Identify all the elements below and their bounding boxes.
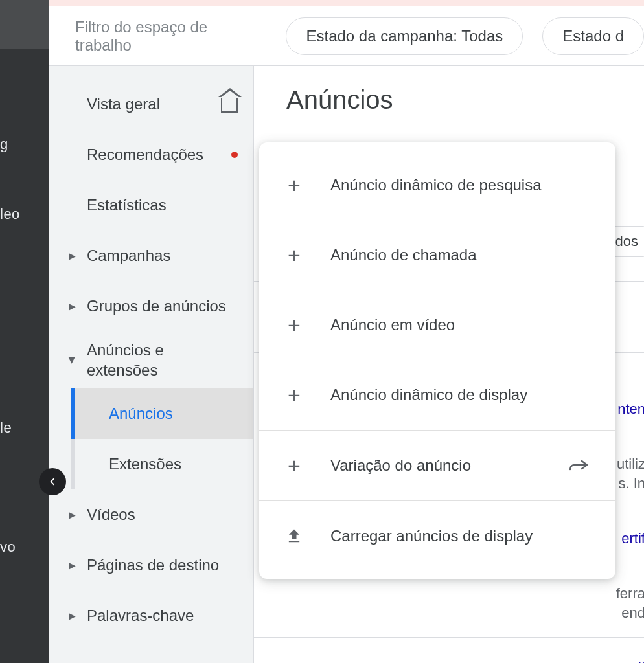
nav-label: Palavras-chave — [87, 607, 194, 625]
nav-ads-extensions[interactable]: ▶ Anúncios e extensões — [49, 332, 253, 388]
nav-keywords[interactable]: ▶ Palavras-chave — [49, 590, 253, 641]
filter-chip-campaign-state[interactable]: Estado da campanha: Todas — [286, 17, 523, 55]
dark-nav-rail: g leo le vo — [0, 0, 49, 663]
ad-desc-partial: utiliz — [617, 456, 644, 473]
nav-label: Grupos de anúncios — [87, 297, 226, 315]
nav-landing-pages[interactable]: ▶ Páginas de destino — [49, 540, 253, 590]
chevron-right-icon: ▶ — [69, 510, 76, 520]
nav-label: Vídeos — [87, 506, 135, 524]
new-ad-menu: + Anúncio dinâmico de pesquisa + Anúncio… — [259, 142, 615, 579]
chevron-left-icon — [45, 475, 60, 489]
nav-label: Anúncios e extensões — [87, 340, 238, 380]
menu-label: Variação do anúncio — [330, 456, 471, 475]
nav-label: Extensões — [109, 455, 181, 473]
nav-label: Campanhas — [87, 247, 170, 265]
nav-recommendations[interactable]: Recomendações — [49, 129, 253, 180]
nav-stats[interactable]: Estatísticas — [49, 180, 253, 230]
menu-item-upload-display-ads[interactable]: Carregar anúncios de display — [259, 501, 615, 571]
chevron-right-icon: ▶ — [69, 251, 76, 261]
upload-icon — [285, 527, 303, 545]
nav-ad-groups[interactable]: ▶ Grupos de anúncios — [49, 281, 253, 332]
menu-item-call-ad[interactable]: + Anúncio de chamada — [259, 220, 615, 290]
nav-label: Páginas de destino — [87, 556, 219, 574]
menu-label: Anúncio em vídeo — [330, 316, 455, 334]
chevron-right-icon: ▶ — [69, 301, 76, 311]
arrow-right-icon — [569, 455, 590, 477]
side-navigation: Vista geral Recomendações Estatísticas ▶… — [49, 66, 254, 663]
rail-item-text[interactable]: le — [0, 420, 12, 436]
ad-link-partial: nten — [617, 401, 644, 418]
nav-label: Vista geral — [87, 95, 160, 113]
menu-item-dynamic-display-ad[interactable]: + Anúncio dinâmico de display — [259, 360, 615, 430]
nav-label: Anúncios — [109, 405, 173, 423]
chevron-right-icon: ▶ — [69, 611, 76, 621]
page-title: Anúncios — [254, 66, 644, 128]
menu-label: Anúncio dinâmico de display — [330, 386, 527, 404]
filter-label: Filtro do espaço de trabalho — [75, 18, 266, 54]
ad-link-partial: ertif — [621, 660, 644, 663]
notification-dot-icon — [231, 152, 238, 158]
nav-overview[interactable]: Vista geral — [49, 79, 253, 129]
menu-item-ad-variation[interactable]: + Variação do anúncio — [259, 431, 615, 500]
menu-item-dynamic-search-ad[interactable]: + Anúncio dinâmico de pesquisa — [259, 150, 615, 220]
menu-item-video-ad[interactable]: + Anúncio em vídeo — [259, 290, 615, 360]
ad-link-partial: ertif — [621, 530, 644, 547]
nav-label: Estatísticas — [87, 196, 167, 214]
menu-label: Carregar anúncios de display — [330, 527, 533, 545]
rail-item-text[interactable]: g — [0, 136, 8, 153]
filter-chip-state[interactable]: Estado d — [542, 17, 644, 55]
ad-desc-partial: end — [621, 605, 644, 622]
rail-item-text[interactable]: leo — [0, 206, 20, 223]
plus-icon: + — [285, 313, 303, 338]
alert-strip — [49, 0, 644, 6]
plus-icon: + — [285, 383, 303, 408]
menu-label: Anúncio de chamada — [330, 246, 477, 264]
plus-icon: + — [285, 243, 303, 268]
nav-extensions[interactable]: Extensões — [71, 439, 253, 489]
chevron-right-icon: ▶ — [69, 560, 76, 570]
menu-label: Anúncio dinâmico de pesquisa — [330, 176, 542, 194]
nav-label: Recomendações — [87, 146, 203, 164]
rail-item-text[interactable]: vo — [0, 539, 16, 556]
nav-campaigns[interactable]: ▶ Campanhas — [49, 230, 253, 281]
ad-desc-partial: ferra — [616, 585, 644, 602]
nav-videos[interactable]: ▶ Vídeos — [49, 489, 253, 540]
home-icon — [221, 96, 238, 113]
nav-ads[interactable]: Anúncios — [71, 388, 253, 439]
divider — [254, 637, 644, 638]
chevron-down-icon: ▶ — [67, 357, 78, 364]
plus-icon: + — [285, 453, 303, 478]
collapse-sidebar-button[interactable] — [39, 468, 66, 495]
rail-account-block — [0, 0, 49, 49]
ad-desc-partial: s. In — [618, 475, 644, 492]
workspace-filter-bar: Filtro do espaço de trabalho Estado da c… — [49, 6, 644, 66]
plus-icon: + — [285, 173, 303, 198]
